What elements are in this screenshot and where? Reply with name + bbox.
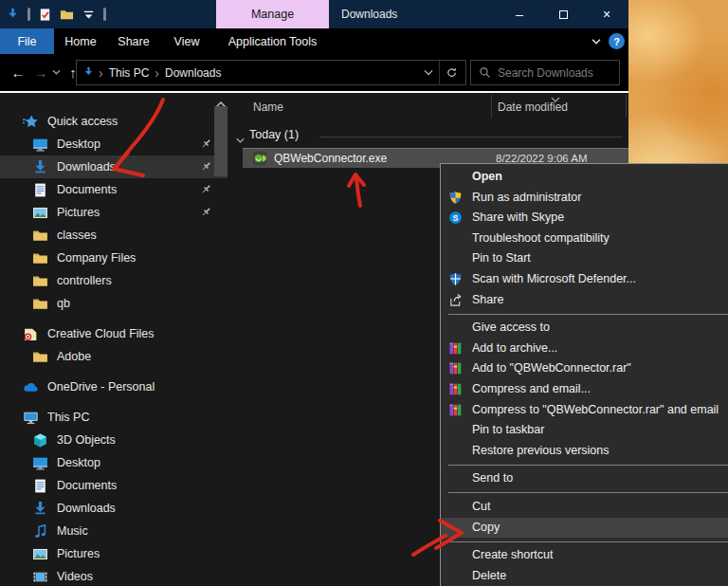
tab-home[interactable]: Home [54, 28, 107, 54]
sidebar-item-quick-access[interactable]: Quick access [0, 110, 228, 133]
minimize-button[interactable]: – [498, 0, 541, 28]
menu-item-label: Pin to taskbar [472, 423, 544, 436]
menu-item-restore-previous-versions[interactable]: Restore previous versions [441, 441, 728, 462]
downloads-folder-icon[interactable] [6, 8, 20, 22]
sidebar-item-label: OneDrive - Personal [47, 380, 155, 394]
ribbon-tab-bar: File HomeShareView Application Tools ? [0, 28, 628, 54]
menu-item-create-shortcut[interactable]: Create shortcut [441, 545, 728, 566]
address-divider [439, 61, 440, 84]
sidebar-item-downloads[interactable]: Downloads [0, 156, 228, 178]
tab-application-tools[interactable]: Application Tools [216, 28, 329, 54]
objects-3d-icon [32, 432, 48, 449]
menu-item-compress-and-email[interactable]: Compress and email... [441, 379, 728, 400]
skype-icon: S [448, 211, 463, 225]
column-header-name[interactable]: Name [253, 101, 283, 114]
column-divider[interactable] [491, 95, 492, 118]
menu-item-run-as-administrator[interactable]: Run as administrator [441, 188, 728, 209]
sidebar-item-music[interactable]: Music [0, 520, 228, 542]
recent-locations-icon[interactable] [49, 54, 63, 91]
menu-item-delete[interactable]: Delete [441, 566, 728, 586]
menu-item-add-to-qbwebconnector-rar[interactable]: Add to "QBWebConnector.rar" [441, 358, 728, 379]
sidebar-item-label: Desktop [57, 456, 100, 469]
sidebar-item-this-pc[interactable]: This PC [0, 406, 228, 429]
sidebar-item-qb[interactable]: qb [0, 292, 228, 315]
sidebar-item-videos[interactable]: Videos [0, 565, 228, 586]
winrar-icon [448, 361, 463, 375]
sidebar-scrollbar[interactable] [214, 93, 228, 586]
menu-item-label: Delete [472, 569, 506, 582]
tab-share[interactable]: Share [107, 28, 160, 54]
sidebar-item-desktop[interactable]: Desktop [0, 451, 228, 474]
menu-item-scan-with-microsoft-defender[interactable]: Scan with Microsoft Defender... [441, 269, 728, 290]
menu-item-troubleshoot-compatibility[interactable]: Troubleshoot compatibility [441, 229, 728, 249]
scroll-up-icon[interactable] [215, 96, 227, 105]
sidebar-item-label: 3D Objects [57, 433, 116, 447]
breadcrumb-chevron-icon: › [151, 66, 163, 80]
menu-item-open[interactable]: Open [441, 167, 728, 188]
breadcrumb-segment-this-pc[interactable]: This PC [107, 66, 152, 80]
menu-item-compress-to-qbwebconnector-rar-and-email[interactable]: Compress to "QBWebConnector.rar" and ema… [441, 400, 728, 421]
defender-shield-icon [448, 272, 463, 286]
menu-item-label: Share with Skype [472, 211, 564, 224]
pin-icon [200, 137, 212, 150]
sidebar-item-classes[interactable]: classes [0, 224, 228, 247]
close-button[interactable]: × [585, 0, 628, 28]
sidebar-item-downloads[interactable]: Downloads [0, 497, 228, 520]
breadcrumb-chevron-icon: › [95, 66, 107, 80]
group-collapse-icon[interactable] [235, 132, 246, 140]
sidebar-item-creative-cloud-files[interactable]: Creative Cloud Files [0, 322, 228, 345]
scrollbar-thumb[interactable] [214, 106, 228, 176]
sidebar-item-documents[interactable]: Documents [0, 178, 228, 201]
refresh-icon[interactable] [446, 66, 458, 79]
breadcrumb-segment-downloads[interactable]: Downloads [163, 66, 223, 80]
search-box[interactable] [470, 60, 620, 85]
tab-file[interactable]: File [0, 28, 54, 54]
address-bar[interactable]: ›This PC›Downloads [76, 60, 466, 85]
menu-item-cut[interactable]: Cut [441, 497, 728, 518]
customize-toolbar-icon[interactable] [82, 8, 96, 22]
menu-item-send-to[interactable]: Send to [441, 468, 728, 489]
sidebar-item-3d-objects[interactable]: 3D Objects [0, 429, 228, 451]
group-header-today[interactable]: Today (1) [232, 128, 628, 145]
sidebar-item-documents[interactable]: Documents [0, 474, 228, 497]
pictures-icon [32, 546, 48, 562]
tab-view[interactable]: View [160, 28, 213, 54]
screenshot-root: Manage Downloads – × File HomeShareView … [0, 0, 728, 586]
menu-item-label: Compress to "QBWebConnector.rar" and ema… [472, 403, 719, 416]
window-controls: – × [498, 0, 628, 28]
back-button[interactable]: ← [8, 54, 28, 91]
menu-item-share[interactable]: Share [441, 290, 728, 311]
sidebar-item-label: Pictures [57, 547, 100, 560]
sidebar-item-label: Downloads [57, 160, 116, 174]
menu-item-add-to-archive[interactable]: Add to archive... [441, 339, 728, 359]
pin-icon [200, 183, 212, 195]
collapse-ribbon-icon[interactable] [590, 35, 603, 48]
sidebar-item-company-files[interactable]: Company Files [0, 247, 228, 269]
sidebar-item-controllers[interactable]: controllers [0, 269, 228, 292]
sidebar-item-adobe[interactable]: Adobe [0, 345, 228, 368]
sidebar-item-desktop[interactable]: Desktop [0, 133, 228, 156]
menu-item-give-access-to[interactable]: Give access to [441, 318, 728, 339]
sidebar-item-onedrive-personal[interactable]: OneDrive - Personal [0, 375, 228, 398]
new-folder-icon[interactable] [60, 8, 74, 22]
help-button[interactable]: ? [609, 33, 625, 49]
menu-item-copy[interactable]: Copy [441, 518, 728, 539]
sidebar-item-label: classes [57, 229, 97, 242]
maximize-button[interactable] [541, 0, 585, 28]
column-divider[interactable] [626, 95, 627, 118]
breadcrumb: ›This PC›Downloads [95, 66, 223, 80]
winrar-icon [448, 341, 463, 356]
sidebar-item-label: Documents [57, 479, 117, 492]
properties-icon[interactable] [38, 8, 52, 22]
menu-item-pin-to-taskbar[interactable]: Pin to taskbar [441, 420, 728, 441]
forward-button[interactable]: → [30, 54, 51, 91]
menu-item-pin-to-start[interactable]: Pin to Start [441, 248, 728, 269]
menu-item-label: Create shortcut [472, 548, 553, 561]
menu-item-share-with-skype[interactable]: SShare with Skype [441, 208, 728, 229]
folder-icon [32, 349, 48, 365]
sidebar-item-pictures[interactable]: Pictures [0, 542, 228, 565]
search-input[interactable] [498, 66, 610, 80]
sidebar-item-pictures[interactable]: Pictures [0, 201, 228, 224]
tab-manage[interactable]: Manage [216, 0, 329, 28]
address-dropdown-icon[interactable] [424, 69, 433, 77]
